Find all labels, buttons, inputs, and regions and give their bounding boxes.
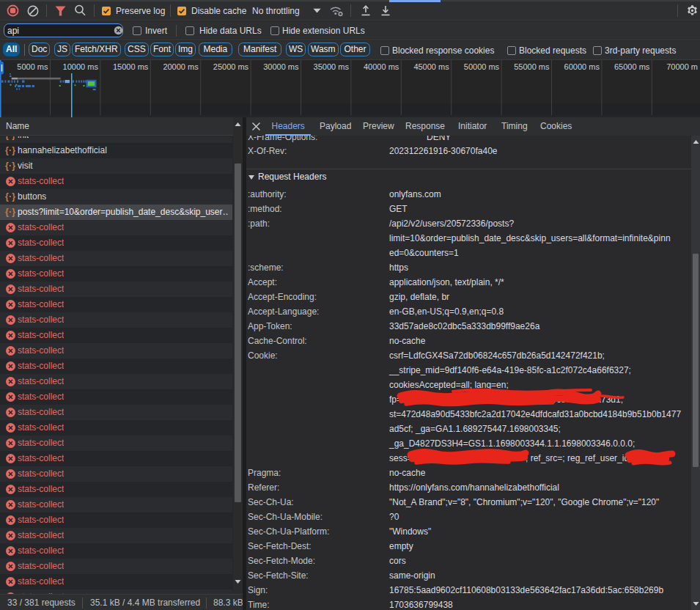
svg-text:20000 ms: 20000 ms (163, 62, 199, 71)
svg-text:25000 ms: 25000 ms (213, 62, 249, 71)
svg-text:55000 ms: 55000 ms (514, 62, 550, 71)
svg-text:50000 ms: 50000 ms (464, 62, 500, 71)
svg-text:30000 ms: 30000 ms (263, 62, 299, 71)
svg-text:35000 ms: 35000 ms (314, 62, 350, 71)
svg-text:15000 ms: 15000 ms (113, 62, 149, 71)
svg-text:65000 ms: 65000 ms (614, 62, 650, 71)
svg-text:70000 m: 70000 m (666, 62, 698, 71)
svg-text:45000 ms: 45000 ms (413, 62, 449, 71)
svg-text:40000 ms: 40000 ms (364, 62, 399, 71)
svg-text:10000 ms: 10000 ms (63, 62, 99, 71)
svg-text:60000 ms: 60000 ms (564, 62, 600, 71)
svg-text:5000 ms: 5000 ms (17, 62, 48, 71)
